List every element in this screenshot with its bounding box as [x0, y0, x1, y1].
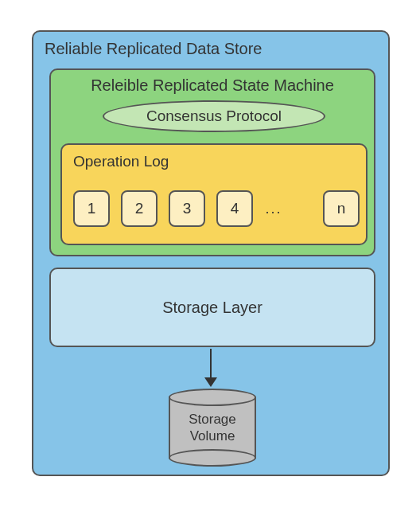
log-ellipsis: ...	[264, 201, 283, 217]
log-entry: 4	[216, 190, 253, 227]
state-machine-title: Releible Replicated State Machine	[51, 76, 374, 95]
arrow-head-icon	[204, 377, 217, 387]
operation-log-title: Operation Log	[73, 153, 169, 170]
consensus-protocol-oval: Consensus Protocol	[103, 100, 325, 132]
storage-volume-label: Storage Volume	[169, 411, 256, 445]
data-store-container: Reliable Replicated Data Store Releible …	[32, 30, 390, 476]
storage-layer-box: Storage Layer	[49, 268, 375, 347]
log-entry: 2	[121, 190, 158, 227]
cylinder-top	[169, 389, 256, 406]
arrow-shaft	[210, 349, 212, 381]
data-store-title: Reliable Replicated Data Store	[45, 40, 262, 58]
operation-log-entries: 1 2 3 4 ... n	[73, 186, 360, 231]
storage-volume-line2: Volume	[190, 428, 235, 444]
log-entry: 1	[73, 190, 110, 227]
operation-log-box: Operation Log 1 2 3 4 ... n	[60, 143, 368, 245]
storage-volume-line1: Storage	[189, 412, 236, 427]
storage-volume-cylinder: Storage Volume	[169, 389, 256, 462]
log-entry-last: n	[323, 190, 360, 227]
cylinder-bottom	[169, 449, 256, 467]
state-machine-box: Releible Replicated State Machine Consen…	[49, 68, 375, 256]
log-entry: 3	[169, 190, 205, 227]
